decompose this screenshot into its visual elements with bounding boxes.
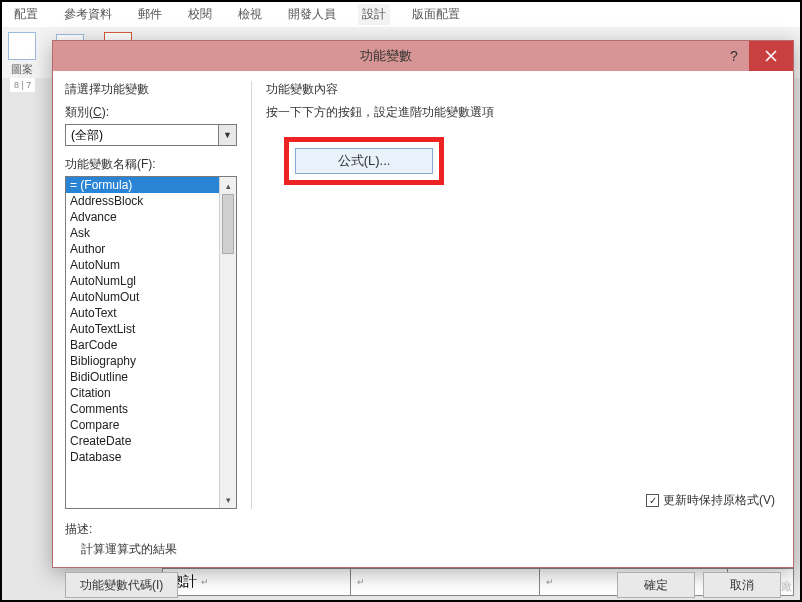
cancel-button[interactable]: 取消 bbox=[703, 572, 781, 598]
formula-button[interactable]: 公式(L)... bbox=[295, 148, 433, 174]
description-text: 計算運算式的結果 bbox=[65, 541, 781, 558]
list-item[interactable]: Ask bbox=[66, 225, 219, 241]
tab-references[interactable]: 參考資料 bbox=[60, 4, 116, 25]
list-item[interactable]: BidiOutline bbox=[66, 369, 219, 385]
category-combo[interactable]: (全部) ▼ bbox=[65, 124, 237, 146]
ruler: 8 | 7 bbox=[10, 78, 35, 92]
tab-design[interactable]: 設計 bbox=[358, 4, 390, 25]
list-item[interactable]: Author bbox=[66, 241, 219, 257]
list-item[interactable]: Citation bbox=[66, 385, 219, 401]
field-dialog: 功能變數 ? 請選擇功能變數 類別(C): /* label with hotk… bbox=[52, 40, 794, 568]
preserve-format-checkbox[interactable]: ✓ bbox=[646, 494, 659, 507]
ribbon-tabs: 配置 參考資料 郵件 校閱 檢視 開發人員 設計 版面配置 bbox=[2, 2, 800, 27]
list-item[interactable]: Compare bbox=[66, 417, 219, 433]
category-value: (全部) bbox=[66, 125, 218, 145]
tab-review[interactable]: 校閱 bbox=[184, 4, 216, 25]
list-item[interactable]: AutoText bbox=[66, 305, 219, 321]
tab-mailings[interactable]: 郵件 bbox=[134, 4, 166, 25]
select-field-header: 請選擇功能變數 bbox=[65, 81, 237, 98]
list-item[interactable]: AutoNumOut bbox=[66, 289, 219, 305]
chevron-down-icon[interactable]: ▼ bbox=[218, 125, 236, 145]
list-item[interactable]: Bibliography bbox=[66, 353, 219, 369]
dialog-title: 功能變數 bbox=[53, 47, 719, 65]
list-item[interactable]: AutoNum bbox=[66, 257, 219, 273]
help-button[interactable]: ? bbox=[719, 41, 749, 71]
tab-view[interactable]: 檢視 bbox=[234, 4, 266, 25]
field-content-header: 功能變數內容 bbox=[266, 81, 781, 98]
fieldnames-listbox[interactable]: = (Formula) AddressBlock Advance Ask Aut… bbox=[65, 176, 237, 509]
list-item[interactable]: Comments bbox=[66, 401, 219, 417]
scrollbar[interactable]: ▴ ▾ bbox=[219, 177, 236, 508]
tab-layout[interactable]: 版面配置 bbox=[408, 4, 464, 25]
list-item[interactable]: Database bbox=[66, 449, 219, 465]
list-item[interactable]: AutoNumLgl bbox=[66, 273, 219, 289]
description-label: 描述: bbox=[65, 521, 781, 538]
ok-button[interactable]: 確定 bbox=[617, 572, 695, 598]
list-item[interactable]: = (Formula) bbox=[66, 177, 219, 193]
tab-layout-left[interactable]: 配置 bbox=[10, 4, 42, 25]
tab-developer[interactable]: 開發人員 bbox=[284, 4, 340, 25]
category-label: 類別(C): bbox=[65, 104, 237, 121]
list-item[interactable]: BarCode bbox=[66, 337, 219, 353]
scroll-thumb[interactable] bbox=[222, 194, 234, 254]
close-icon bbox=[765, 50, 777, 62]
scroll-up-icon[interactable]: ▴ bbox=[220, 177, 236, 194]
shapes-icon bbox=[8, 32, 36, 60]
list-item[interactable]: Advance bbox=[66, 209, 219, 225]
formula-highlight: 公式(L)... bbox=[284, 137, 444, 185]
close-button[interactable] bbox=[749, 41, 793, 71]
dialog-titlebar[interactable]: 功能變數 ? bbox=[53, 41, 793, 71]
scroll-down-icon[interactable]: ▾ bbox=[220, 491, 236, 508]
list-item[interactable]: CreateDate bbox=[66, 433, 219, 449]
field-codes-button[interactable]: 功能變數代碼(I) bbox=[65, 572, 178, 598]
list-item[interactable]: AutoTextList bbox=[66, 321, 219, 337]
preserve-format-label: 更新時保持原格式(V) bbox=[663, 492, 775, 509]
field-hint: 按一下下方的按鈕，設定進階功能變數選項 bbox=[266, 104, 781, 121]
fieldnames-label: 功能變數名稱(F): bbox=[65, 156, 237, 173]
ribbon-shapes[interactable]: 圖案 bbox=[8, 32, 36, 77]
list-item[interactable]: AddressBlock bbox=[66, 193, 219, 209]
